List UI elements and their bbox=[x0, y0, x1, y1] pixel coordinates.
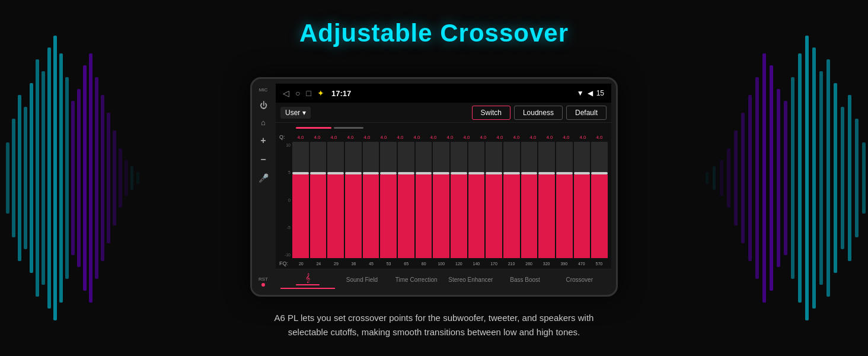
eq-bar-top-17 bbox=[591, 172, 608, 174]
fq-val-3: 36 bbox=[345, 262, 363, 266]
eq-bar-fill-17 bbox=[591, 174, 608, 258]
mic-icon[interactable]: 🎤 bbox=[259, 173, 269, 183]
slider-gray[interactable] bbox=[334, 127, 363, 129]
clock: 17:17 bbox=[331, 89, 351, 98]
q-val-8: 4.0 bbox=[425, 135, 442, 140]
eq-bar-12[interactable] bbox=[503, 142, 520, 258]
eq-bar-fill-2 bbox=[327, 174, 344, 258]
battery-level: 15 bbox=[596, 89, 604, 97]
eq-bar-top-8 bbox=[433, 172, 449, 174]
eq-bar-fill-4 bbox=[363, 174, 379, 258]
user-dropdown[interactable]: User ▾ bbox=[280, 107, 311, 119]
svg-rect-29 bbox=[819, 71, 823, 285]
fq-val-0: 20 bbox=[292, 262, 310, 266]
eq-bar-4[interactable] bbox=[363, 142, 379, 258]
plus-icon[interactable]: + bbox=[260, 135, 266, 146]
fq-val-10: 140 bbox=[468, 262, 486, 266]
slider-pink[interactable] bbox=[296, 127, 331, 129]
description-text: A6 PL lets you set crossover points for … bbox=[0, 311, 868, 339]
fq-val-17: 570 bbox=[591, 262, 608, 266]
eq-bar-15[interactable] bbox=[556, 142, 573, 258]
eq-bar-fill-5 bbox=[380, 174, 397, 258]
scale-0: 0 bbox=[279, 198, 292, 202]
svg-rect-4 bbox=[30, 83, 33, 273]
eq-bar-14[interactable] bbox=[538, 142, 555, 258]
q-val-0: 4.0 bbox=[292, 135, 309, 140]
eq-bar-fill-3 bbox=[345, 174, 362, 258]
svg-rect-36 bbox=[770, 65, 773, 291]
q-val-16: 4.0 bbox=[558, 135, 575, 140]
svg-rect-11 bbox=[71, 101, 75, 255]
eq-bar-7[interactable] bbox=[416, 142, 432, 258]
tab-stereo-enhancer[interactable]: Stereo Enhancer bbox=[443, 274, 498, 285]
eq-bar-16[interactable] bbox=[574, 142, 591, 258]
tab-sound-field[interactable]: Sound Field bbox=[335, 274, 390, 285]
fq-val-13: 260 bbox=[520, 262, 538, 266]
svg-rect-18 bbox=[113, 131, 116, 225]
svg-rect-22 bbox=[136, 172, 139, 184]
eq-bar-fill-14 bbox=[538, 174, 555, 258]
eq-bar-11[interactable] bbox=[486, 142, 502, 258]
eq-bars bbox=[292, 142, 608, 258]
home-icon[interactable]: ⌂ bbox=[261, 118, 266, 127]
eq-bar-fill-15 bbox=[556, 174, 573, 258]
eq-bar-9[interactable] bbox=[451, 142, 467, 258]
eq-bar-fill-11 bbox=[486, 174, 502, 258]
svg-rect-6 bbox=[42, 71, 45, 285]
switch-button[interactable]: Switch bbox=[472, 106, 510, 120]
fq-val-9: 120 bbox=[450, 262, 468, 266]
eq-bar-top-13 bbox=[521, 172, 538, 174]
svg-rect-1 bbox=[12, 119, 15, 237]
tab-eq[interactable]: 𝄞 bbox=[280, 271, 335, 289]
eq-bar-2[interactable] bbox=[327, 142, 344, 258]
sidebar: MIC ⏻ ⌂ + − 🎤 RST bbox=[252, 84, 275, 290]
back-icon[interactable]: ◁ bbox=[283, 88, 289, 98]
tab-crossover[interactable]: Crossover bbox=[552, 274, 607, 285]
q-val-7: 4.0 bbox=[409, 135, 425, 140]
device-screen: ◁ ○ □ ✦ 17:17 ▼ ◀ 15 User ▾ Switch bbox=[276, 84, 611, 290]
rst-dot bbox=[261, 283, 265, 287]
svg-rect-17 bbox=[107, 113, 110, 243]
tab-time-correction[interactable]: Time Correction bbox=[389, 274, 443, 285]
square-icon[interactable]: □ bbox=[306, 88, 311, 98]
circle-icon[interactable]: ○ bbox=[295, 88, 300, 98]
eq-bar-top-3 bbox=[345, 172, 362, 174]
svg-rect-26 bbox=[841, 107, 844, 249]
brightness-icon[interactable]: ✦ bbox=[317, 88, 324, 98]
svg-rect-5 bbox=[36, 59, 39, 297]
tab-bass-boost[interactable]: Bass Boost bbox=[498, 274, 553, 285]
description-line2: selectable cutoffs, making smooth transi… bbox=[0, 325, 868, 339]
svg-rect-8 bbox=[53, 36, 57, 320]
eq-bars-container: 10 5 0 -5 -10 bbox=[279, 142, 608, 258]
q-val-15: 4.0 bbox=[541, 135, 558, 140]
svg-rect-23 bbox=[862, 142, 866, 214]
svg-rect-40 bbox=[741, 113, 745, 243]
eq-bar-17[interactable] bbox=[591, 142, 608, 258]
minus-icon[interactable]: − bbox=[260, 154, 266, 165]
eq-bar-1[interactable] bbox=[310, 142, 327, 258]
device-frame: MIC ⏻ ⌂ + − 🎤 RST ◁ ○ □ ✦ 17:17 ▼ ◀ 15 bbox=[250, 77, 618, 297]
svg-rect-42 bbox=[727, 148, 730, 208]
svg-rect-12 bbox=[77, 89, 81, 267]
default-button[interactable]: Default bbox=[566, 106, 607, 120]
rst-label: RST bbox=[259, 276, 268, 282]
eq-bar-8[interactable] bbox=[433, 142, 449, 258]
eq-bar-10[interactable] bbox=[468, 142, 485, 258]
svg-rect-19 bbox=[119, 148, 122, 208]
eq-bar-6[interactable] bbox=[398, 142, 414, 258]
eq-bar-13[interactable] bbox=[521, 142, 538, 258]
scale-neg5: -5 bbox=[279, 225, 292, 230]
power-icon[interactable]: ⏻ bbox=[260, 101, 267, 110]
q-val-4: 4.0 bbox=[359, 135, 375, 140]
eq-section: Q: 4.04.04.04.04.04.04.04.04.04.04.04.04… bbox=[276, 132, 611, 269]
eq-bar-0[interactable] bbox=[292, 142, 309, 258]
q-val-11: 4.0 bbox=[475, 135, 492, 140]
svg-rect-30 bbox=[812, 47, 816, 309]
eq-bar-5[interactable] bbox=[380, 142, 397, 258]
main-content: User ▾ Switch Loudness Default Q: 4.04. bbox=[276, 103, 611, 290]
q-val-6: 4.0 bbox=[392, 135, 409, 140]
page-title: Adjustable Crossover bbox=[0, 19, 868, 47]
loudness-button[interactable]: Loudness bbox=[514, 106, 563, 120]
description-line1: A6 PL lets you set crossover points for … bbox=[0, 311, 868, 325]
eq-bar-3[interactable] bbox=[345, 142, 362, 258]
